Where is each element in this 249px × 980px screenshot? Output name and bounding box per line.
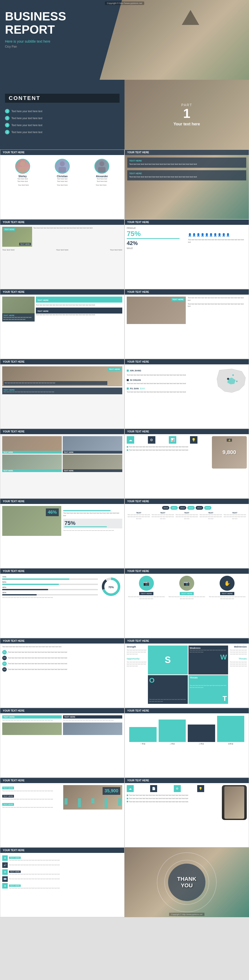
row-7: YOUR TEXT HERE TEXT HERE TEXT HERE TEXT … xyxy=(0,429,249,498)
region-list: XIN JIANG Text text text text text text … xyxy=(127,369,213,393)
china-map-svg xyxy=(214,366,247,396)
team-bottom-labels: Your text here Your text here Your text … xyxy=(0,184,124,188)
slide6r-header: YOUR TEXT HERE xyxy=(125,359,249,364)
thankyou-line2: YOU xyxy=(181,882,193,889)
slide5l-header: YOUR TEXT HERE xyxy=(0,290,124,294)
circle-item-3: ✋ TEXT HERE Text text text text text tex… xyxy=(208,576,247,600)
region-1: XIN JIANG xyxy=(130,369,141,372)
year-badges: 2010 2011 2012 2013 2014 2015 xyxy=(127,506,247,510)
slide-10l: YOUR TEXT HERE Text text text text text … xyxy=(0,638,125,708)
laptop-image: TEXT HERE xyxy=(127,297,186,324)
slide-13l: YOUR TEXT HERE ⚙ TEXT HERE Text text tex… xyxy=(0,847,125,917)
name-alexander: Alexander xyxy=(96,175,108,178)
swot-o-letter: O xyxy=(149,676,187,684)
img-1: TEXT HERE xyxy=(2,436,62,453)
phone-device xyxy=(222,785,247,820)
slide6l-content: TEXT HERE Text text text text text text … xyxy=(0,364,124,397)
slide8l-header: YOUR TEXT HERE xyxy=(0,499,124,504)
content-right-part1: PART 1 Your text here xyxy=(125,80,249,150)
row-13: YOUR TEXT HERE ⚙ TEXT HERE Text text tex… xyxy=(0,847,249,917)
cover-title: BUSINESS REPORT xyxy=(5,10,66,37)
slide6l-header: YOUR TEXT HERE xyxy=(0,359,124,364)
slide-5r: YOUR TEXT HERE TEXT HERE Text text text … xyxy=(125,289,249,359)
slide4l-header: YOUR TEXT HERE xyxy=(0,220,124,225)
slide12l-image: 35,900 xyxy=(63,785,122,810)
slide-8r: YOUR TEXT HERE 2010 2011 2012 2013 2014 … xyxy=(125,498,249,568)
slide7l-header: YOUR TEXT HERE xyxy=(0,429,124,434)
svg-rect-3 xyxy=(59,167,66,172)
img-4: TEXT HERE xyxy=(63,455,122,472)
swot-w: Weakness Text text text text text text t… xyxy=(189,646,228,675)
role-shirley: Text here textText here text xyxy=(17,178,28,183)
progress-bars: 70% 59% 48% 36% Text text text text text… xyxy=(2,576,98,599)
slide11l-content: TEXT HERE Text text text text text text … xyxy=(0,713,124,737)
stat-35900: 35,900 xyxy=(105,788,118,794)
col-2: TEXT HERE Text text text text text text … xyxy=(63,715,122,735)
swot-s-letter: S xyxy=(165,655,171,665)
avatar-shirley xyxy=(15,159,30,174)
slide8l-text: Text text text text text text text text … xyxy=(63,506,122,536)
slide-team-header: YOUR TEXT HERE xyxy=(0,150,124,155)
triangle-deco xyxy=(182,10,199,25)
donut-area: 70% xyxy=(100,576,122,599)
slide-9l: YOUR TEXT HERE 70% 59% 48% 3 xyxy=(0,568,125,638)
slide5r-header: YOUR TEXT HERE xyxy=(125,290,249,294)
region-3: FU JIAN xyxy=(130,387,139,390)
col-1: TEXT HERE Text text text text text text … xyxy=(2,715,62,735)
img-2: TEXT HERE xyxy=(63,436,122,453)
tablet-area: 💰 9,800 xyxy=(212,436,247,469)
svg-point-2 xyxy=(60,161,65,166)
slide-6l: YOUR TEXT HERE TEXT HERE Text text text … xyxy=(0,359,125,429)
slide-6r: YOUR TEXT HERE XIN JIANG Text text text … xyxy=(125,359,249,429)
year-labels: TEXT Text text text text text text text … xyxy=(127,512,247,520)
slide12l-left: TEXT HERE Text text text text text text … xyxy=(2,785,61,810)
slide7l-grid: TEXT HERE TEXT HERE TEXT HERE TEXT HERE xyxy=(0,434,124,474)
slide4l-bottom: Your text here Your text here Your text … xyxy=(0,249,124,253)
row-11: YOUR TEXT HERE TEXT HERE Text text text … xyxy=(0,708,249,778)
circle-item-2: 📷 TEXT HERE Text text text text text tex… xyxy=(167,576,206,600)
stat-9800: 9,800 xyxy=(222,449,236,456)
slide9l-content: 70% 59% 48% 36% Text text text text text… xyxy=(0,574,124,601)
svg-point-0 xyxy=(20,161,25,166)
content-label: CONTENT xyxy=(5,94,119,103)
slide11r-content: 一季度 二季度 三季度 四季度 xyxy=(125,713,249,747)
slide-bar-chart: YOUR TEXT HERE 一季度 二季度 三季度 四季度 xyxy=(125,708,249,778)
slide7r-header: YOUR TEXT HERE xyxy=(125,429,249,434)
slide-team: YOUR TEXT HERE Shirley Text here textTex… xyxy=(0,150,125,220)
person-icons: 👤 👤 👤 👤 👤 👤 👤 👤 👤 👤 Text text text text … xyxy=(188,227,247,250)
row-6: YOUR TEXT HERE TEXT HERE Text text text … xyxy=(0,359,249,429)
slide8l-content: 46% Text text text text text text text t… xyxy=(0,504,124,538)
content-item-1: 1 Text here your text here text xyxy=(5,109,119,113)
content-item-2: 2 Text here your text here text xyxy=(5,116,119,120)
slide11r-header: YOUR TEXT HERE xyxy=(125,708,249,713)
member-shirley: Shirley Text here textText here text xyxy=(15,159,30,183)
swot-right-labels: WebVersion Text text text text text text… xyxy=(229,646,247,704)
slide7r-content: ☁ ⚙ 📊 💡 Text text text text text text te… xyxy=(125,434,249,471)
slide9r-header: YOUR TEXT HERE xyxy=(125,568,249,574)
row-8: YOUR TEXT HERE 46% Text text text text t… xyxy=(0,498,249,568)
swot-t: Threats Text text text text text text te… xyxy=(189,675,228,704)
slide-5l: YOUR TEXT HERE TEXT HERE Text text text … xyxy=(0,289,125,359)
row-9: YOUR TEXT HERE 70% 59% 48% 3 xyxy=(0,568,249,638)
slide5l-content: TEXT HERE Text text text text text text … xyxy=(0,294,124,323)
role-christian: Text here textText here text xyxy=(57,178,68,183)
numbered-list: 01 Text text text text text text text te… xyxy=(2,650,122,672)
laptop-img: 46% xyxy=(2,506,61,536)
avatar-christian xyxy=(55,159,70,174)
slide-7r: YOUR TEXT HERE ☁ ⚙ 📊 💡 Text text text te… xyxy=(125,429,249,498)
slide9r-content: 📷 TEXT HERE Text text text text text tex… xyxy=(125,574,249,602)
slide-12r: YOUR TEXT HERE ☁ 📄 ⚙ 💡 Text text text te… xyxy=(125,778,249,847)
thankyou-copyright: Copyright © http://www.pptstore.net xyxy=(169,913,205,916)
row-4: YOUR TEXT HERE TEXT HERE TEXT HERE Text … xyxy=(0,220,249,289)
slide12r-icons: ☁ 📄 ⚙ 💡 Text text text text text text te… xyxy=(127,785,220,820)
pct-75: 75% xyxy=(65,520,121,527)
slide-9r: YOUR TEXT HERE 📷 TEXT HERE Text text tex… xyxy=(125,568,249,638)
slide9l-header: YOUR TEXT HERE xyxy=(0,568,124,574)
slide11l-header: YOUR TEXT HERE xyxy=(0,708,124,713)
circle-item-1: 📷 TEXT HERE Text text text text text tex… xyxy=(127,576,166,600)
slide-4l: YOUR TEXT HERE TEXT HERE TEXT HERE Text … xyxy=(0,220,125,289)
slide-part1-bg: YOUR TEXT HERE TEXT HERE Text text text … xyxy=(125,150,249,220)
swot-labels: Strength Text text text text text text t… xyxy=(127,646,147,704)
team-members: Shirley Text here textText here text Chr… xyxy=(0,155,124,184)
slide8r-content: 2010 2011 2012 2013 2014 2015 TEXT Text … xyxy=(125,504,249,523)
